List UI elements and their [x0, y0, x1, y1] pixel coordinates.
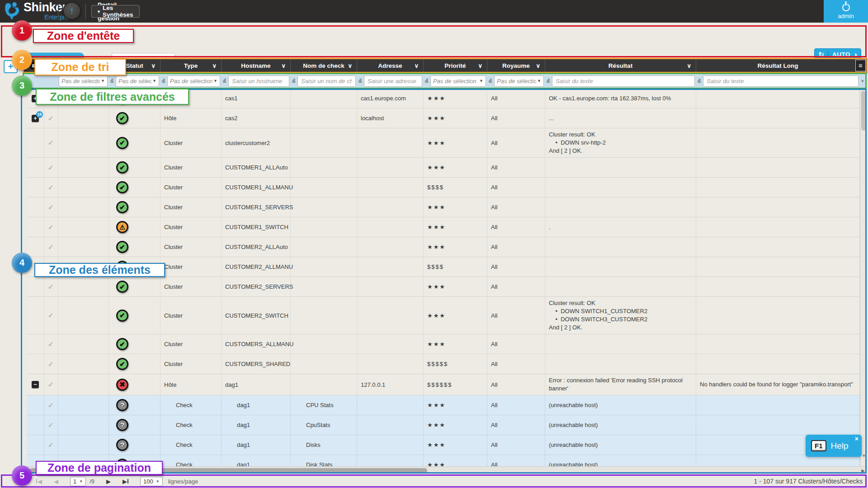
collapse-icon[interactable]: − [32, 381, 39, 388]
row-select-check[interactable]: ✓ [48, 164, 54, 172]
table-row[interactable]: ✓✔ClusterCUSTOMER1_SERVERS★★★All [27, 197, 860, 217]
header-cell-royaume[interactable]: Royaume∨ [487, 58, 545, 73]
column-menu-button[interactable]: ≡ [855, 60, 866, 71]
page-select[interactable]: 1 ▼ [70, 477, 86, 486]
help-popup[interactable]: F1 Help × [806, 435, 862, 457]
header-cell-type[interactable]: Type∨ [160, 58, 222, 73]
last-page-icon: ▶ [123, 478, 127, 485]
page-size-select[interactable]: 100 ▼ [140, 477, 163, 486]
header-cell-r-sultat[interactable]: Résultat∨ [545, 58, 696, 73]
admin-user-button[interactable]: admin [824, 0, 868, 23]
row-select-check[interactable]: ✓ [48, 340, 54, 348]
filter-options-icon[interactable]: ▼ [860, 79, 865, 84]
annotation-number-3: 3 [12, 75, 32, 96]
table-row[interactable]: ✓✔Clusterclustercustomer2★★★AllCluster r… [27, 128, 860, 158]
nav-button-les-synth-ses[interactable]: ▾Les Synthèses [91, 5, 140, 18]
filter-input-3[interactable] [228, 75, 289, 87]
cell-realm: All [487, 89, 545, 108]
table-row[interactable]: ✓?Checkdag1Disks★★★All(unreachable host) [27, 435, 860, 455]
annotation-number-4: 4 [12, 253, 32, 273]
table-row[interactable]: ✓✔ClusterCUSTOMER2_SERVERS★★★All [27, 277, 860, 297]
header-cell-nom-de-check[interactable]: Nom de check∨ [291, 58, 357, 73]
table-row[interactable]: ✓✔ClusterCUSTOMER2_ALLAuto★★★All [27, 237, 860, 257]
last-page-button[interactable]: ▶ [123, 478, 128, 485]
table-row[interactable]: ✓✔ClusterCUSTOMER1_ALLAuto★★★All [27, 158, 860, 178]
row-select-check[interactable]: ✓ [48, 421, 54, 429]
row-select-check[interactable]: ✓ [48, 401, 54, 409]
scroll-top-button[interactable]: ↑ [63, 2, 81, 20]
row-select-check[interactable]: ✓ [48, 114, 54, 122]
scroll-down-icon[interactable]: ▼ [862, 453, 866, 458]
row-select-check[interactable]: ✓ [48, 223, 54, 231]
expand-icon[interactable]: +15 [32, 115, 39, 122]
table-row[interactable]: ✓✔ClusterCUSTOMER1_ALLMANU$$$$All [27, 178, 860, 197]
table-row[interactable]: ✓?Checkdag1CPU Stats★★★All(unreachable h… [27, 395, 860, 415]
next-page-button[interactable]: ▶ [106, 478, 111, 485]
row-select-check[interactable]: ✓ [48, 183, 54, 192]
vertical-scrollbar-thumb[interactable] [861, 91, 866, 131]
cell-address: cas1.europe.com [357, 89, 424, 108]
filter-select-1[interactable]: Pas de sélection▼ [116, 75, 159, 87]
row-select-check[interactable]: ✓ [48, 311, 54, 319]
previous-page-button[interactable]: ◀ [54, 478, 58, 485]
chevron-down-icon[interactable]: ∨ [687, 62, 691, 69]
header-cell-hostname[interactable]: Hostname∨ [222, 58, 291, 73]
chevron-down-icon[interactable]: ∨ [348, 62, 352, 69]
header-cell-r-sultat-long[interactable]: Résultat Long [696, 58, 860, 73]
refresh-icon[interactable]: ↻ [815, 51, 828, 59]
chevron-down-icon[interactable]: ∨ [151, 62, 156, 69]
row-select-check[interactable]: ✓ [48, 283, 54, 291]
filter-input-9[interactable] [703, 75, 859, 87]
filter-select-value: Pas de sélection [61, 78, 100, 84]
cell-realm: All [487, 334, 545, 354]
row-select-check[interactable]: ✓ [48, 441, 54, 449]
chevron-down-icon[interactable]: ∨ [478, 62, 482, 69]
row-select-check[interactable]: ✓ [48, 380, 54, 389]
cell-type: Cluster [160, 128, 222, 157]
ok-status-icon: ✔ [116, 358, 128, 370]
cell-address [357, 237, 424, 257]
vertical-scrollbar[interactable]: ▼ [860, 89, 867, 466]
filter-select-7[interactable]: Pas de sélection▼ [494, 75, 544, 87]
row-select-check[interactable]: ✓ [48, 203, 54, 211]
cell-priority: ★★★ [424, 415, 487, 435]
cell-check-name [291, 374, 357, 395]
cell-address [357, 178, 424, 197]
cell-hostname: dag1 [222, 435, 291, 455]
cell-realm: All [487, 374, 545, 395]
dropdown-arrow-icon: ▼ [156, 479, 160, 483]
table-row[interactable]: ✓⚠ClusterCUSTOMER1_SWITCH★★★All. [27, 217, 860, 237]
chevron-down-icon[interactable]: ∨ [281, 62, 286, 69]
filter-select-0[interactable]: Pas de sélection▼ [59, 75, 108, 87]
filter-select-6[interactable]: Pas de sélection▼ [430, 75, 486, 87]
row-select-check[interactable]: ✓ [48, 360, 54, 368]
cell-result [545, 158, 696, 177]
header-cell-priorit-[interactable]: Priorité∨ [424, 58, 487, 73]
filter-select-2[interactable]: Pas de sélection▼ [167, 75, 220, 87]
table-row[interactable]: −✓✖Hôtedag1127.0.0.1$$$$$$AllError : con… [27, 374, 860, 395]
table-row[interactable]: +15✓✔Hôtecas2localhost★★★All... [27, 108, 860, 128]
table-row[interactable]: ✓?Checkdag1CpuStats★★★All(unreachable ho… [27, 415, 860, 435]
close-icon[interactable]: × [855, 435, 859, 442]
dropdown-arrow-icon: ▼ [79, 479, 83, 483]
chevron-down-icon[interactable]: ∨ [414, 62, 419, 69]
chevron-down-icon[interactable]: ∨ [212, 62, 217, 69]
table-row[interactable]: ✓✔ClusterCUSTOMERS_SHARED$$$$$All [27, 354, 860, 374]
caret-down-icon: ▾ [98, 9, 100, 14]
scroll-right-icon[interactable]: ▶ [861, 468, 865, 473]
filter-input-4[interactable] [297, 75, 356, 87]
cell-select: ✓ [44, 217, 58, 237]
table-row[interactable]: ✓✔ClusterCUSTOMER2_SWITCH★★★AllCluster r… [27, 297, 860, 334]
cell-priority: ★★★ [424, 128, 487, 157]
header-cell-adresse[interactable]: Adresse∨ [357, 58, 424, 73]
row-select-check[interactable]: ✓ [48, 243, 54, 251]
filter-input-5[interactable] [364, 75, 422, 87]
cell-realm: All [487, 257, 545, 277]
chevron-down-icon[interactable]: ∨ [536, 62, 540, 69]
table-row[interactable]: ✓✔ClusterCUSTOMERS_ALLMANU★★★All [27, 334, 860, 354]
first-page-button[interactable]: ◀ [36, 478, 42, 485]
critical-status-icon: ✖ [116, 379, 128, 391]
dropdown-arrow-icon: ▼ [152, 79, 156, 83]
filter-input-8[interactable] [552, 75, 695, 87]
row-select-check[interactable]: ✓ [48, 139, 54, 147]
